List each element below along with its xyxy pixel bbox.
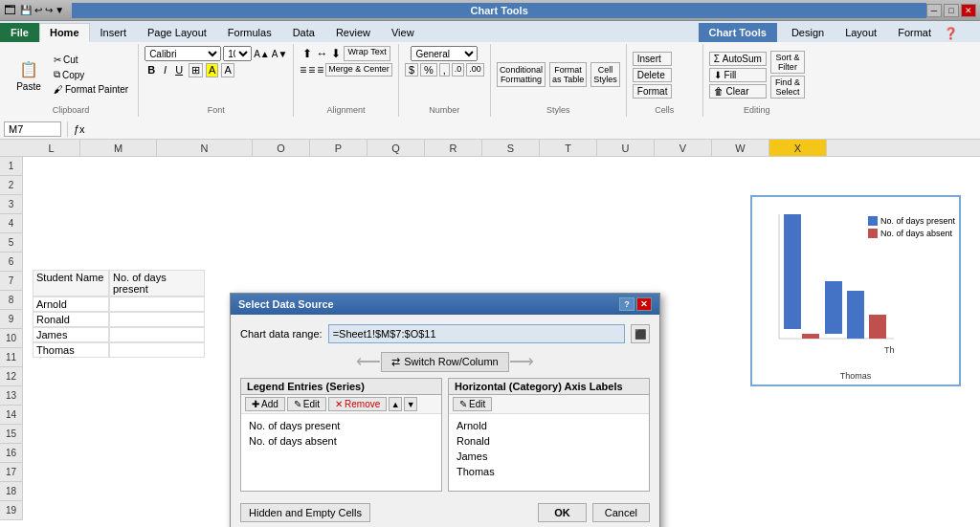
- tab-design[interactable]: Design: [781, 23, 835, 42]
- tab-home[interactable]: Home: [39, 23, 90, 42]
- col-L[interactable]: L: [23, 140, 80, 156]
- col-V[interactable]: V: [655, 140, 712, 156]
- clear-btn[interactable]: 🗑 Clear: [709, 84, 767, 99]
- tab-data[interactable]: Data: [282, 23, 325, 42]
- align-right-icon[interactable]: ≡: [317, 63, 323, 77]
- legend-item-absent[interactable]: No. of days absent: [245, 433, 437, 449]
- ok-btn[interactable]: OK: [538, 503, 587, 522]
- function-btn[interactable]: ƒx: [74, 123, 85, 135]
- cell-ronald[interactable]: Ronald: [33, 312, 109, 327]
- col-M[interactable]: M: [80, 140, 157, 156]
- comma-btn[interactable]: ,: [439, 63, 450, 77]
- paste-btn[interactable]: 📋 Paste: [10, 55, 48, 95]
- underline-btn[interactable]: U: [172, 63, 186, 77]
- cell-arnold-days[interactable]: [109, 296, 205, 312]
- align-top-icon[interactable]: ⬆: [301, 46, 313, 61]
- font-size-select[interactable]: 10: [223, 46, 252, 61]
- cell-ref-input[interactable]: [4, 121, 61, 137]
- merge-center-btn[interactable]: Merge & Center: [325, 63, 392, 77]
- chart-range-expand-btn[interactable]: ⬛: [631, 324, 650, 343]
- col-T[interactable]: T: [540, 140, 597, 156]
- align-bottom-icon[interactable]: ⬇: [330, 46, 342, 61]
- sort-filter-btn[interactable]: Sort &Filter: [770, 51, 805, 74]
- legend-up-btn[interactable]: ▲: [389, 397, 402, 411]
- cell-james-days[interactable]: [109, 327, 205, 342]
- fill-color-btn[interactable]: A: [206, 63, 218, 77]
- close-btn[interactable]: ✕: [961, 4, 976, 17]
- wrap-text-btn[interactable]: Wrap Text: [344, 46, 390, 61]
- cell-arnold[interactable]: Arnold: [33, 296, 109, 312]
- cut-btn[interactable]: ✂ Cut: [50, 54, 132, 66]
- align-center-icon[interactable]: ≡: [308, 63, 315, 77]
- hidden-cells-btn[interactable]: Hidden and Empty Cells: [240, 503, 370, 522]
- restore-btn[interactable]: □: [944, 4, 959, 17]
- tab-insert[interactable]: Insert: [90, 23, 138, 42]
- tab-page-layout[interactable]: Page Layout: [137, 23, 217, 42]
- switch-row-col-btn[interactable]: ⇄ Switch Row/Column: [381, 352, 508, 372]
- col-X[interactable]: X: [769, 140, 827, 156]
- currency-btn[interactable]: $: [405, 63, 418, 77]
- axis-edit-btn[interactable]: ✎ Edit: [453, 397, 492, 411]
- dialog-help-btn[interactable]: ?: [619, 297, 635, 311]
- format-cells-btn[interactable]: Format: [633, 84, 673, 99]
- col-W[interactable]: W: [712, 140, 769, 156]
- axis-item-ronald[interactable]: Ronald: [453, 433, 645, 449]
- legend-edit-btn[interactable]: ✎ Edit: [287, 397, 326, 411]
- cell-ronald-days[interactable]: [109, 312, 205, 327]
- dialog-close-btn[interactable]: ✕: [636, 297, 652, 311]
- align-middle-icon[interactable]: ↔: [315, 46, 328, 61]
- italic-btn[interactable]: I: [161, 63, 169, 77]
- delete-cells-btn[interactable]: Delete: [633, 68, 673, 82]
- tab-file[interactable]: File: [0, 23, 39, 42]
- col-P[interactable]: P: [310, 140, 368, 156]
- tab-layout[interactable]: Layout: [835, 23, 887, 42]
- formula-input[interactable]: [89, 123, 976, 135]
- chart-container[interactable]: Thomas No. of days present No. of days a…: [750, 195, 961, 386]
- legend-remove-btn[interactable]: ✕ Remove: [328, 397, 387, 411]
- minimize-btn[interactable]: ─: [926, 4, 942, 17]
- tab-formulas[interactable]: Formulas: [217, 23, 282, 42]
- font-color-btn[interactable]: A: [221, 63, 234, 77]
- percent-btn[interactable]: %: [420, 63, 437, 77]
- autosum-btn[interactable]: Σ AutoSum: [709, 52, 767, 66]
- border-btn[interactable]: ⊞: [189, 63, 203, 77]
- col-U[interactable]: U: [597, 140, 655, 156]
- legend-item-present[interactable]: No. of days present: [245, 418, 437, 433]
- font-family-select[interactable]: Calibri: [145, 46, 221, 61]
- align-left-icon[interactable]: ≡: [300, 63, 306, 77]
- cell-styles-btn[interactable]: CellStyles: [590, 62, 620, 87]
- format-painter-btn[interactable]: 🖌 Format Painter: [50, 83, 132, 96]
- legend-down-btn[interactable]: ▼: [404, 397, 417, 411]
- cancel-btn[interactable]: Cancel: [592, 503, 650, 522]
- col-O[interactable]: O: [253, 140, 310, 156]
- copy-btn[interactable]: ⧉ Copy: [50, 68, 132, 81]
- decrease-decimal-btn[interactable]: .00: [466, 63, 484, 77]
- insert-cells-btn[interactable]: Insert: [633, 52, 673, 66]
- axis-item-james[interactable]: James: [453, 449, 645, 464]
- font-grow-icon[interactable]: A▲: [254, 49, 270, 59]
- col-R[interactable]: R: [425, 140, 482, 156]
- legend-add-btn[interactable]: ✚ Add: [245, 397, 285, 411]
- conditional-formatting-btn[interactable]: ConditionalFormatting: [497, 62, 546, 87]
- number-format-select[interactable]: General: [411, 46, 478, 61]
- increase-decimal-btn[interactable]: .0: [452, 63, 465, 77]
- header-cell-days[interactable]: No. of days present: [109, 270, 205, 296]
- help-icon[interactable]: ❓: [944, 27, 958, 40]
- cell-thomas-days[interactable]: [109, 342, 205, 358]
- format-as-table-btn[interactable]: Formatas Table: [549, 62, 587, 87]
- header-cell-name[interactable]: Student Name: [33, 270, 109, 296]
- cell-thomas[interactable]: Thomas: [33, 342, 109, 358]
- font-shrink-icon[interactable]: A▼: [272, 49, 288, 59]
- col-S[interactable]: S: [482, 140, 540, 156]
- tab-format[interactable]: Format: [887, 23, 942, 42]
- tab-review[interactable]: Review: [325, 23, 381, 42]
- tab-view[interactable]: View: [381, 23, 425, 42]
- bold-btn[interactable]: B: [145, 63, 158, 77]
- col-Q[interactable]: Q: [368, 140, 425, 156]
- axis-item-thomas[interactable]: Thomas: [453, 464, 645, 479]
- col-N[interactable]: N: [157, 140, 253, 156]
- cell-james[interactable]: James: [33, 327, 109, 342]
- find-select-btn[interactable]: Find &Select: [770, 76, 805, 99]
- fill-btn[interactable]: ⬇ Fill: [709, 68, 767, 82]
- chart-range-input[interactable]: [328, 324, 625, 343]
